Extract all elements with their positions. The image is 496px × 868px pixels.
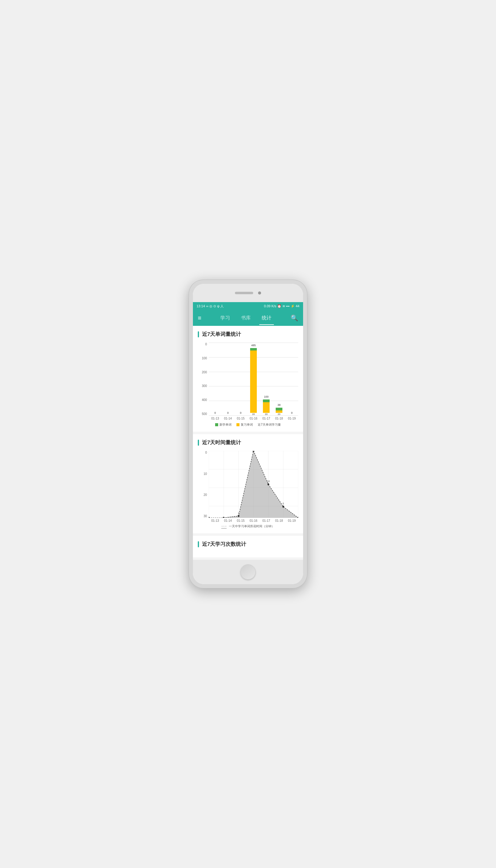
- tab-library[interactable]: 书库: [238, 313, 253, 324]
- svg-point-17: [267, 484, 269, 486]
- search-icon[interactable]: 🔍: [291, 314, 298, 321]
- bottom-bezel: [193, 560, 303, 584]
- phone-screen: 13:14 ∞ ◎ ⊙ ψ 人 0.09 K/s ⏰ ≋ ▪▪▪ ⚡ 44 ≡ …: [193, 284, 303, 584]
- time-display: 13:14: [197, 304, 205, 308]
- bars-row: 000485201002038200: [209, 343, 298, 415]
- content-area: 近7天单词量统计 500 400 300 200 100 0: [193, 326, 303, 560]
- line-chart-svg: 0 0 1 36 18 6 0: [209, 451, 298, 518]
- section-study-count: 近7天学习次数统计: [193, 536, 303, 557]
- svg-point-13: [209, 517, 210, 518]
- bar-chart-legend: 新学单词 复习单词 近7天单词学习量: [198, 423, 298, 427]
- title-bar-accent-2: [198, 440, 199, 446]
- tab-study[interactable]: 学习: [218, 313, 232, 324]
- x-axis-line: 01-13 01-14 01-15 01-16 01-17 01-18 01-1…: [209, 519, 298, 522]
- status-icons: ∞ ◎ ⊙ ψ 人: [206, 304, 224, 309]
- title-bar-accent: [198, 331, 199, 337]
- battery-display: 44: [296, 304, 299, 308]
- phone-device: 13:14 ∞ ◎ ⊙ ψ 人 0.09 K/s ⏰ ≋ ▪▪▪ ⚡ 44 ≡ …: [189, 280, 307, 588]
- svg-point-14: [223, 517, 224, 518]
- status-left: 13:14 ∞ ◎ ⊙ ψ 人: [197, 304, 224, 309]
- menu-icon[interactable]: ≡: [198, 315, 201, 321]
- section-time-count: 近7天时间量统计 30 20 10 0: [193, 434, 303, 533]
- svg-text:1: 1: [238, 511, 239, 515]
- section3-title: 近7天学习次数统计: [198, 541, 298, 548]
- bar-group: 10020: [262, 399, 270, 415]
- status-icons-right: ⏰ ≋ ▪▪▪ ⚡: [277, 304, 295, 308]
- svg-text:18: 18: [267, 480, 270, 483]
- line-chart-area: 30 20 10 0: [198, 451, 298, 518]
- tab-stats[interactable]: 统计: [259, 313, 274, 324]
- svg-text:6: 6: [283, 502, 284, 505]
- chart-body: 000485201002038200: [209, 343, 298, 415]
- svg-marker-12: [209, 451, 298, 518]
- x-axis-bar: 01-13 01-14 01-15 01-16 01-17 01-18 01-1…: [209, 417, 298, 420]
- line-chart-body: 0 0 1 36 18 6 0: [209, 451, 298, 518]
- status-right: 0.09 K/s ⏰ ≋ ▪▪▪ ⚡ 44: [264, 304, 299, 308]
- bar-chart-area: 500 400 300 200 100 0: [198, 343, 298, 415]
- line-chart-container: 30 20 10 0: [198, 451, 298, 528]
- home-button[interactable]: [241, 564, 255, 580]
- y-axis: 500 400 300 200 100 0: [198, 343, 209, 415]
- bar-group: 3820: [275, 408, 283, 415]
- svg-point-19: [297, 517, 298, 518]
- status-bar: 13:14 ∞ ◎ ⊙ ψ 人 0.09 K/s ⏰ ≋ ▪▪▪ ⚡ 44: [193, 302, 303, 310]
- section2-title: 近7天时间量统计: [198, 439, 298, 446]
- section1-title: 近7天单词量统计: [198, 331, 298, 338]
- bar-chart: 500 400 300 200 100 0: [198, 343, 298, 427]
- nav-bar: ≡ 学习 书库 统计 🔍: [193, 310, 303, 326]
- y-axis-line: 30 20 10 0: [198, 451, 209, 518]
- line-chart-legend: - - - 一天中学习单词所花时间（分钟）: [198, 524, 298, 528]
- title-bar-accent-3: [198, 541, 199, 547]
- svg-point-15: [238, 515, 239, 517]
- speaker: [235, 292, 253, 294]
- section-word-count: 近7天单词量统计 500 400 300 200 100 0: [193, 326, 303, 432]
- nav-tabs: 学习 书库 统计: [201, 313, 291, 324]
- front-camera: [258, 291, 261, 295]
- bar-group: 48520: [249, 348, 258, 415]
- svg-point-18: [282, 506, 284, 508]
- top-bezel: [193, 284, 303, 302]
- network-speed: 0.09 K/s: [264, 304, 276, 308]
